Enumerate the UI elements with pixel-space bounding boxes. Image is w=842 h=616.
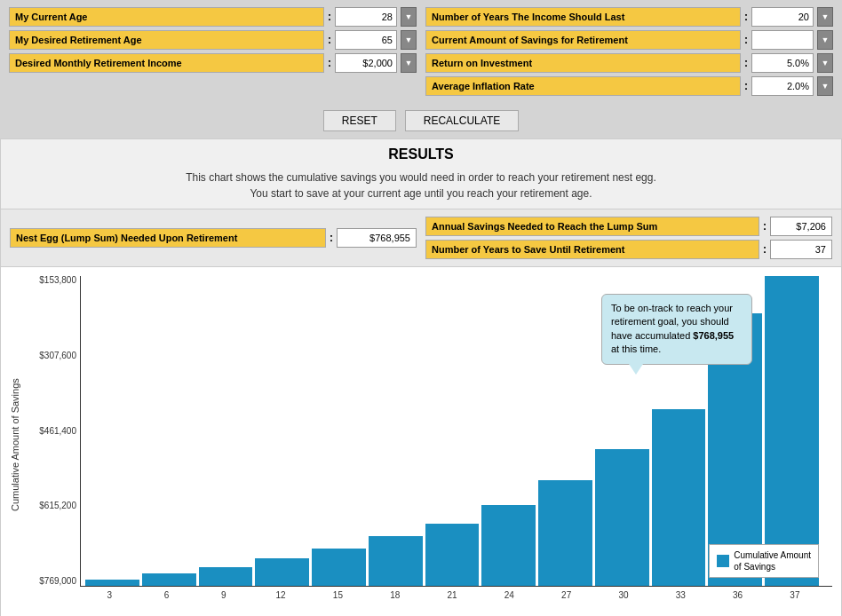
right-results: Annual Savings Needed to Reach the Lump … <box>425 217 832 259</box>
results-desc-line2: You start to save at your current age un… <box>250 187 592 200</box>
top-section: My Current Age : ▼ My Desired Retirement… <box>0 0 842 103</box>
annual-savings-value: $7,206 <box>770 217 832 236</box>
x-label-8: 27 <box>538 590 595 600</box>
x-label-9: 30 <box>595 590 652 600</box>
monthly-income-input[interactable] <box>335 53 397 73</box>
income-years-label: Number of Years The Income Should Last <box>425 7 741 27</box>
roi-dropdown[interactable]: ▼ <box>817 53 833 73</box>
current-savings-input[interactable] <box>751 30 814 50</box>
x-label-12: 37 <box>767 590 823 600</box>
current-savings-dropdown[interactable]: ▼ <box>817 30 833 50</box>
colon-7: : <box>744 80 748 92</box>
x-label-11: 36 <box>709 590 766 600</box>
current-age-input[interactable] <box>335 7 397 27</box>
input-row-retirement-age: My Desired Retirement Age : ▼ <box>9 30 417 50</box>
monthly-income-label: Desired Monthly Retirement Income <box>9 53 324 73</box>
current-age-label: My Current Age <box>9 7 324 27</box>
input-row-inflation: Average Inflation Rate : ▼ <box>425 76 833 96</box>
income-years-input[interactable] <box>751 7 814 27</box>
retirement-age-dropdown[interactable]: ▼ <box>401 30 417 50</box>
bar-6[interactable] <box>425 524 480 586</box>
x-labels: 36912151821242730333637 <box>81 587 823 613</box>
tooltip-bubble: To be on-track to reach your retirement … <box>601 294 752 365</box>
right-inputs: Number of Years The Income Should Last :… <box>425 7 833 96</box>
annual-savings-label: Annual Savings Needed to Reach the Lump … <box>425 217 759 236</box>
inflation-dropdown[interactable]: ▼ <box>817 76 833 96</box>
recalculate-button[interactable]: RECALCULATE <box>405 110 519 131</box>
x-label-6: 21 <box>424 590 481 600</box>
bar-8[interactable] <box>538 480 592 586</box>
results-section: RESULTS This chart shows the cumulative … <box>0 138 842 616</box>
roi-input[interactable] <box>751 53 814 73</box>
input-row-monthly-income: Desired Monthly Retirement Income : ▼ <box>9 53 417 73</box>
colon-3: : <box>328 57 331 69</box>
legend-text: Cumulative Amountof Savings <box>734 549 811 573</box>
input-row-current-age: My Current Age : ▼ <box>9 7 417 27</box>
tooltip-text-after: at this time. <box>611 344 661 354</box>
years-to-save-value: 37 <box>770 240 832 259</box>
bar-12[interactable] <box>765 276 819 586</box>
y-labels: $769,000 $615,200 $461,400 $307,600 $153… <box>31 276 80 586</box>
nest-egg-value: $768,955 <box>337 228 417 248</box>
results-description: This chart shows the cumulative savings … <box>1 170 841 209</box>
colon-6: : <box>744 57 748 69</box>
annual-savings-row: Annual Savings Needed to Reach the Lump … <box>425 217 832 236</box>
chart-inner: $769,000 $615,200 $461,400 $307,600 $153… <box>31 276 832 613</box>
income-years-dropdown[interactable]: ▼ <box>817 7 833 27</box>
button-row: RESET RECALCULATE <box>0 103 842 138</box>
bar-2[interactable] <box>199 567 253 586</box>
input-row-roi: Return on Investment : ▼ <box>425 53 833 73</box>
years-to-save-row: Number of Years to Save Until Retirement… <box>425 240 832 259</box>
nest-egg-label: Nest Egg (Lump Sum) Needed Upon Retireme… <box>10 228 326 248</box>
nest-egg-row: Nest Egg (Lump Sum) Needed Upon Retireme… <box>10 217 417 259</box>
inflation-input[interactable] <box>751 76 814 96</box>
input-row-current-savings: Current Amount of Savings for Retirement… <box>425 30 833 50</box>
current-savings-label: Current Amount of Savings for Retirement <box>425 30 741 50</box>
bar-3[interactable] <box>255 558 309 586</box>
left-inputs: My Current Age : ▼ My Desired Retirement… <box>9 7 417 96</box>
colon-10: : <box>763 243 767 256</box>
y-label-3: $307,600 <box>31 351 80 360</box>
x-label-0: 3 <box>81 590 138 600</box>
results-desc-line1: This chart shows the cumulative savings … <box>186 171 656 184</box>
retirement-age-input[interactable] <box>335 30 397 50</box>
y-label-1: $615,200 <box>31 501 80 510</box>
results-values: Nest Egg (Lump Sum) Needed Upon Retireme… <box>1 209 841 267</box>
colon-4: : <box>744 11 748 23</box>
x-label-2: 9 <box>195 590 252 600</box>
current-age-dropdown[interactable]: ▼ <box>401 7 417 27</box>
chart-area: Cumulative Amount of Savings $769,000 $6… <box>10 276 832 613</box>
results-title: RESULTS <box>1 139 841 170</box>
legend: Cumulative Amountof Savings <box>709 544 819 578</box>
colon-1: : <box>328 11 331 23</box>
x-label-7: 24 <box>481 590 537 600</box>
bar-10[interactable] <box>652 409 706 586</box>
legend-color <box>717 555 729 567</box>
bar-1[interactable] <box>142 573 196 586</box>
tooltip-bold-value: $768,955 <box>693 330 734 341</box>
x-label-3: 12 <box>252 590 309 600</box>
y-label-4: $153,800 <box>31 276 80 285</box>
input-row-income-years: Number of Years The Income Should Last :… <box>425 7 833 27</box>
colon-9: : <box>763 220 767 233</box>
bar-7[interactable] <box>481 505 536 586</box>
x-label-10: 33 <box>652 590 709 600</box>
bar-9[interactable] <box>595 449 649 586</box>
reset-button[interactable]: RESET <box>323 110 396 131</box>
bar-4[interactable] <box>312 549 366 586</box>
y-label-0: $769,000 <box>31 577 80 586</box>
x-label-5: 18 <box>367 590 424 600</box>
colon-5: : <box>744 34 748 46</box>
years-to-save-label: Number of Years to Save Until Retirement <box>425 240 759 259</box>
y-axis-label: Cumulative Amount of Savings <box>10 276 28 613</box>
inflation-label: Average Inflation Rate <box>425 76 741 96</box>
monthly-income-dropdown[interactable]: ▼ <box>401 53 417 73</box>
x-label-4: 15 <box>309 590 366 600</box>
bar-5[interactable] <box>369 536 423 586</box>
retirement-age-label: My Desired Retirement Age <box>9 30 324 50</box>
colon-8: : <box>330 232 333 244</box>
colon-2: : <box>328 34 331 46</box>
chart-container: Cumulative Amount of Savings $769,000 $6… <box>1 267 841 616</box>
x-label-1: 6 <box>138 590 195 600</box>
bar-0[interactable] <box>85 580 139 586</box>
